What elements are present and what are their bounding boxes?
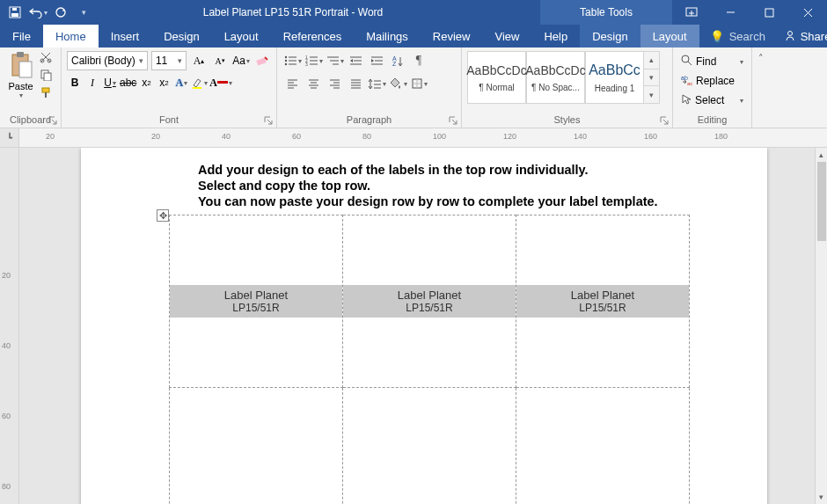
font-color-icon[interactable]: A▾ [209, 74, 232, 91]
svg-text:3: 3 [305, 62, 308, 67]
paste-button[interactable]: Paste ▾ [5, 51, 36, 102]
tab-table-layout[interactable]: Layout [640, 25, 699, 47]
font-launcher-icon[interactable] [264, 115, 274, 126]
sort-icon[interactable]: AZ [388, 51, 407, 70]
ruler-tick: 60 [2, 412, 11, 420]
multilevel-list-icon[interactable]: ▾ [325, 51, 344, 70]
tab-mailings[interactable]: Mailings [354, 25, 421, 47]
clear-formatting-icon[interactable] [253, 51, 271, 70]
svg-point-66 [682, 55, 689, 62]
search-box[interactable]: 💡Search [699, 25, 774, 47]
superscript-button[interactable]: x2 [156, 74, 172, 91]
style-preview: AaBbCc [589, 62, 640, 78]
collapse-ribbon-icon[interactable]: ˄ [758, 53, 764, 64]
ruler-corner[interactable]: ┗ [0, 128, 19, 147]
document-page[interactable]: Add your design to each of the labels in… [81, 148, 767, 504]
styles-scroll-up-icon[interactable]: ▴ [644, 52, 659, 69]
grow-font-icon[interactable]: A▴ [190, 51, 208, 70]
font-name-select[interactable]: Calibri (Body)▾ [67, 51, 148, 70]
select-button[interactable]: Select▾ [678, 91, 746, 109]
justify-icon[interactable] [346, 74, 365, 93]
styles-launcher-icon[interactable] [660, 115, 670, 126]
vertical-scrollbar[interactable]: ▴ ▾ [815, 148, 827, 504]
numbering-icon[interactable]: 123▾ [304, 51, 323, 70]
maximize-button[interactable] [750, 0, 788, 25]
redo-icon[interactable] [51, 3, 70, 22]
scroll-down-icon[interactable]: ▾ [816, 490, 827, 504]
shading-icon[interactable]: ▾ [388, 74, 407, 93]
paragraph-launcher-icon[interactable] [449, 115, 459, 126]
label-table[interactable]: Label PlanetLP15/51R Label PlanetLP15/51… [169, 215, 690, 504]
tab-design[interactable]: Design [151, 25, 211, 47]
tab-review[interactable]: Review [421, 25, 483, 47]
tab-insert[interactable]: Insert [99, 25, 152, 47]
style-name: ¶ Normal [479, 83, 514, 92]
change-case-icon[interactable]: Aa▾ [232, 51, 250, 70]
qat-customize-icon[interactable]: ▾ [74, 3, 93, 22]
scroll-up-icon[interactable]: ▴ [816, 148, 827, 162]
italic-button[interactable]: I [84, 74, 100, 91]
strikethrough-button[interactable]: abc [120, 74, 136, 91]
label-cell[interactable]: Label PlanetLP15/51R [343, 215, 516, 388]
line-spacing-icon[interactable]: ▾ [367, 74, 386, 93]
svg-point-9 [787, 31, 792, 35]
ruler-tick: 20 [46, 132, 55, 141]
underline-button[interactable]: U▾ [102, 74, 118, 91]
style-heading1[interactable]: AaBbCc Heading 1 [585, 51, 644, 104]
tab-layout[interactable]: Layout [212, 25, 271, 47]
tab-home[interactable]: Home [43, 25, 99, 47]
style-no-spacing[interactable]: AaBbCcDc ¶ No Spac... [526, 51, 585, 104]
tab-table-design[interactable]: Design [580, 25, 640, 47]
minimize-button[interactable] [711, 0, 750, 25]
style-normal[interactable]: AaBbCcDc ¶ Normal [467, 51, 526, 104]
styles-expand-icon[interactable]: ▾ [644, 85, 659, 103]
font-size-select[interactable]: 11▾ [151, 51, 187, 70]
decrease-indent-icon[interactable] [346, 51, 365, 70]
label-cell[interactable]: Label PlanetLP15/51R [170, 215, 343, 388]
close-button[interactable] [788, 0, 827, 25]
borders-icon[interactable]: ▾ [409, 74, 428, 93]
format-painter-icon[interactable] [40, 86, 55, 102]
label-cell[interactable] [516, 388, 690, 505]
bold-button[interactable]: B [67, 74, 83, 91]
label-cell[interactable] [343, 388, 516, 505]
shrink-font-icon[interactable]: A▾ [211, 51, 229, 70]
undo-icon[interactable]: ▾ [28, 3, 48, 22]
align-left-icon[interactable] [282, 74, 302, 93]
tab-view[interactable]: View [482, 25, 531, 47]
increase-indent-icon[interactable] [367, 51, 386, 70]
label-cell[interactable] [170, 388, 343, 505]
ribbon-display-options-icon[interactable] [672, 7, 711, 18]
styles-scroll-down-icon[interactable]: ▾ [644, 69, 659, 86]
scroll-thumb[interactable] [817, 162, 826, 241]
label-cell[interactable]: Label PlanetLP15/51R [516, 215, 690, 388]
menu-bar: File Home Insert Design Layout Reference… [0, 25, 827, 47]
tab-references[interactable]: References [271, 25, 354, 47]
cut-icon[interactable] [40, 51, 55, 67]
show-hide-icon[interactable]: ¶ [409, 51, 428, 70]
vertical-ruler[interactable]: 20 40 60 80 [0, 148, 19, 504]
tab-file[interactable]: File [0, 25, 43, 47]
window-title: Label Planet LP15 51R Portrait - Word [99, 6, 540, 18]
group-editing-label: Editing [678, 113, 746, 128]
share-button[interactable]: Share [774, 25, 827, 47]
document-canvas[interactable]: Add your design to each of the labels in… [19, 148, 827, 504]
find-button[interactable]: Find▾ [678, 53, 746, 70]
highlight-icon[interactable]: ▾ [191, 74, 208, 91]
bullets-icon[interactable]: ▾ [282, 51, 302, 70]
table-move-handle-icon[interactable]: ✥ [157, 209, 169, 222]
align-center-icon[interactable] [304, 74, 323, 93]
text-effects-icon[interactable]: A▾ [173, 74, 189, 91]
clipboard-launcher-icon[interactable] [48, 115, 59, 126]
align-right-icon[interactable] [325, 74, 344, 93]
share-label: Share [801, 30, 827, 43]
save-icon[interactable] [5, 3, 25, 22]
svg-text:Z: Z [392, 61, 397, 67]
tab-help[interactable]: Help [531, 25, 580, 47]
instructions-text[interactable]: Add your design to each of the labels in… [198, 162, 658, 209]
subscript-button[interactable]: x2 [138, 74, 154, 91]
copy-icon[interactable] [40, 69, 55, 84]
horizontal-ruler[interactable]: ┗ 20 20 40 60 80 100 120 140 160 180 [0, 128, 827, 148]
font-size-value: 11 [156, 55, 167, 67]
replace-button[interactable]: abacReplace [678, 72, 746, 90]
